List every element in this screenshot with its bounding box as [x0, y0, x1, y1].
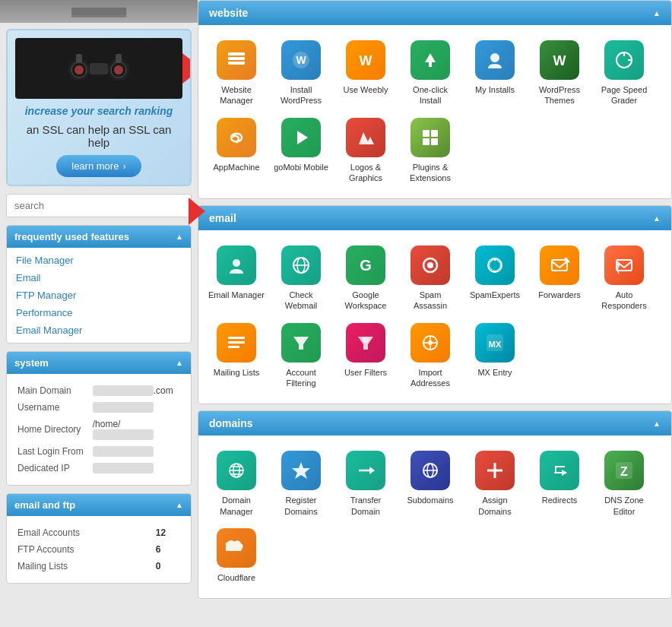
learn-more-button[interactable]: learn more › — [56, 155, 141, 177]
svg-marker-43 — [293, 337, 309, 350]
app-icon-cloudflare[interactable]: Cloudflare — [206, 524, 267, 587]
subdomains-label: Subdomains — [407, 495, 453, 505]
table-row: Email Accounts 12 — [16, 525, 182, 540]
sidebar-link-email-manager[interactable]: Email Manager — [7, 321, 191, 339]
system-body: Main Domain .com Username Home Directory… — [7, 374, 191, 485]
app-icon-register-domains[interactable]: Register Domains — [271, 447, 331, 521]
assign-domains-icon — [475, 451, 515, 490]
app-icon-auto-responders[interactable]: Auto Responders — [594, 242, 655, 315]
app-icon-dns-zone-editor[interactable]: Z DNS Zone Editor — [594, 447, 655, 521]
blurred-value — [93, 385, 154, 396]
mailing-lists-icon — [217, 323, 256, 363]
app-icon-gomobi[interactable]: goMobi Mobile — [271, 114, 331, 188]
frequently-used-header[interactable]: frequently used features ▲ — [7, 226, 191, 248]
email-accounts-value: 12 — [154, 525, 182, 540]
my-installs-icon — [475, 40, 515, 80]
app-icon-my-installs[interactable]: My Installs — [464, 36, 525, 110]
website-section-header[interactable]: website ▲ — [198, 1, 671, 25]
page-speed-grader-icon — [604, 40, 644, 80]
website-manager-label: Website Manager — [208, 84, 265, 106]
system-label: Last Login From — [16, 444, 90, 459]
app-icon-import-addresses[interactable]: Import Addresses — [400, 319, 461, 393]
app-icon-domain-manager[interactable]: Domain Manager — [206, 447, 267, 521]
transfer-domain-icon — [346, 451, 385, 490]
mailing-lists-value: 0 — [154, 559, 182, 574]
domains-section-header[interactable]: domains ▲ — [198, 411, 671, 435]
app-icon-wordpress-themes[interactable]: W WordPress Themes — [529, 36, 590, 110]
assign-domains-label: Assign Domains — [467, 495, 523, 517]
domain-manager-icon — [217, 451, 256, 490]
email-manager-label: Email Manager — [208, 290, 265, 300]
spamexperts-icon — [475, 245, 515, 285]
app-icon-redirects[interactable]: Redirects — [529, 447, 590, 521]
blurred-value — [93, 463, 154, 473]
chevron-right-icon: › — [122, 160, 125, 172]
app-icon-assign-domains[interactable]: Assign Domains — [464, 447, 525, 521]
app-icon-google-workspace[interactable]: G Google Workspace — [335, 242, 396, 315]
sidebar-link-file-manager[interactable]: File Manager — [7, 252, 191, 269]
binoculars-svg — [65, 48, 133, 90]
app-icon-website-manager[interactable]: Website Manager — [206, 36, 267, 110]
sidebar-link-email[interactable]: Email — [7, 269, 191, 287]
email-ftp-body: Email Accounts 12 FTP Accounts 6 Mailing… — [7, 516, 191, 583]
google-workspace-icon: G — [346, 245, 385, 285]
redirects-icon — [540, 451, 579, 490]
frequently-used-title: frequently used features — [14, 231, 129, 242]
app-icon-spamexperts[interactable]: SpamExperts — [464, 242, 525, 315]
svg-rect-7 — [76, 54, 82, 63]
app-icon-email-manager[interactable]: Email Manager — [206, 242, 267, 315]
app-icon-plugins-extensions[interactable]: Plugins & Extensions — [400, 114, 461, 188]
page-speed-grader-label: Page Speed Grader — [596, 84, 652, 106]
system-table: Main Domain .com Username Home Directory… — [7, 378, 191, 481]
gomobi-icon — [281, 118, 321, 157]
app-icon-mailing-lists[interactable]: Mailing Lists — [206, 319, 267, 393]
system-header[interactable]: system ▲ — [7, 352, 191, 374]
sidebar-link-performance[interactable]: Performance — [7, 304, 191, 321]
app-icon-logos-graphics[interactable]: Logos & Graphics — [335, 114, 396, 188]
search-input[interactable] — [6, 194, 192, 217]
app-icon-oneclick-install[interactable]: One-click Install — [400, 36, 461, 110]
svg-rect-11 — [228, 62, 245, 65]
plugins-extensions-label: Plugins & Extensions — [402, 162, 458, 184]
svg-rect-28 — [233, 268, 240, 269]
cloudflare-label: Cloudflare — [217, 572, 255, 583]
app-icon-page-speed-grader[interactable]: Page Speed Grader — [594, 36, 655, 110]
user-filters-label: User Filters — [344, 367, 387, 378]
app-icon-forwarders[interactable]: Forwarders — [529, 242, 590, 315]
app-icon-check-webmail[interactable]: Check Webmail — [271, 242, 331, 315]
top-image: ▓▓▓▓▓▓▓▓▓ — [0, 0, 198, 23]
email-ftp-section: email and ftp ▲ Email Accounts 12 FTP Ac… — [6, 493, 192, 584]
app-icon-spam-assassin[interactable]: Spam Assassin — [400, 242, 461, 315]
blurred-value — [93, 429, 154, 440]
google-workspace-label: Google Workspace — [338, 290, 394, 312]
website-section: website ▲ Website Manager W Install Word… — [198, 0, 672, 199]
mx-entry-icon: MX — [475, 323, 515, 363]
register-domains-icon — [281, 451, 321, 490]
forwarders-icon — [540, 245, 579, 285]
app-icon-user-filters[interactable]: User Filters — [335, 319, 396, 393]
system-label: Username — [16, 400, 90, 415]
email-ftp-title: email and ftp — [14, 499, 75, 511]
svg-rect-23 — [423, 130, 430, 137]
ftp-accounts-value: 6 — [154, 542, 182, 557]
spamexperts-label: SpamExperts — [470, 290, 520, 300]
app-icon-account-filtering[interactable]: Account Filtering — [271, 319, 331, 393]
system-section: system ▲ Main Domain .com Username Home … — [6, 351, 192, 486]
domains-section-title: domains — [209, 417, 253, 429]
gomobi-label: goMobi Mobile — [274, 162, 328, 173]
email-section-header[interactable]: email ▲ — [198, 206, 671, 230]
app-icon-mx-entry[interactable]: MX MX Entry — [464, 319, 525, 393]
auto-responders-icon — [604, 245, 644, 285]
forwarders-label: Forwarders — [538, 290, 581, 300]
website-section-body: Website Manager W Install WordPress W Us… — [198, 25, 671, 198]
app-icon-use-weebly[interactable]: W Use Weebly — [335, 36, 396, 110]
app-icon-transfer-domain[interactable]: Transfer Domain — [335, 447, 396, 521]
app-icon-install-wordpress[interactable]: W Install WordPress — [271, 36, 331, 110]
app-icon-subdomains[interactable]: Subdomains — [400, 447, 461, 521]
sidebar-link-ftp-manager[interactable]: FTP Manager — [7, 287, 191, 304]
svg-text:W: W — [360, 53, 372, 68]
dns-zone-editor-icon: Z — [604, 451, 644, 490]
app-icon-appmachine[interactable]: AppMachine — [206, 114, 267, 188]
email-ftp-header[interactable]: email and ftp ▲ — [7, 494, 191, 516]
install-wordpress-label: Install WordPress — [273, 84, 329, 106]
